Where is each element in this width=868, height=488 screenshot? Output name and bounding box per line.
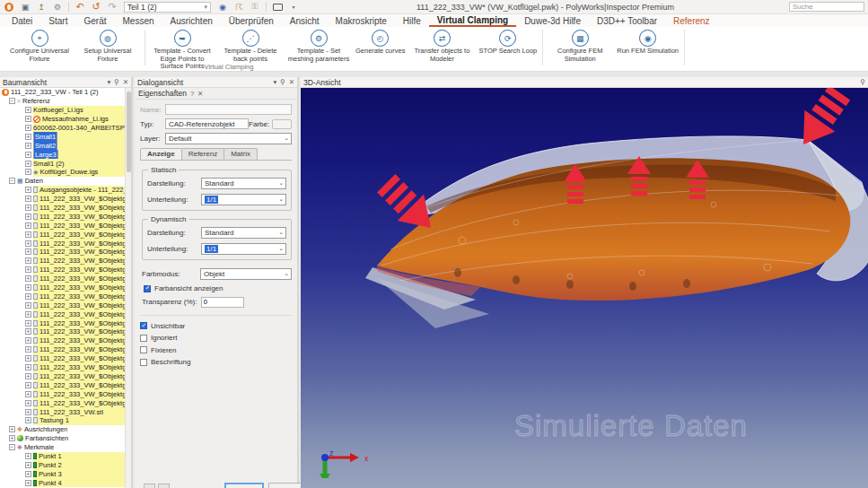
expand-icon[interactable]: + [25, 231, 31, 238]
stop-search-loop-button[interactable]: ⟳STOP Search Loop [476, 29, 539, 57]
pin-icon[interactable]: ⚲ [861, 78, 866, 86]
dynamisch-unterteilung-select[interactable]: 1/1 ⌄ [201, 243, 286, 255]
expand-icon[interactable]: + [9, 435, 15, 441]
close-icon[interactable]: ✕ [123, 78, 128, 86]
expand-icon[interactable]: + [25, 453, 31, 459]
tree-row[interactable]: +Ausgangsobjekte - 111_222_333_VW.stl [0, 186, 125, 195]
tree-row[interactable]: +111_222_333_VW_$Objektgruppe 89_9 [0, 212, 125, 221]
import-icon[interactable]: ↥ [35, 2, 48, 13]
chevron-down-icon[interactable]: ▾ [273, 78, 276, 86]
expand-icon[interactable]: + [25, 328, 31, 335]
run-fem-simulation-button[interactable]: ◉Run FEM Simulation [614, 29, 681, 57]
expand-icon[interactable]: + [25, 364, 31, 370]
menu-tab-ansicht[interactable]: Ansicht [282, 14, 328, 27]
expand-icon[interactable]: + [25, 248, 31, 255]
collapse-icon[interactable]: − [9, 98, 15, 104]
expand-icon[interactable]: + [25, 417, 31, 423]
undo-history-icon[interactable]: ↺ [90, 2, 102, 13]
options-icon[interactable]: ⚙ [51, 2, 64, 13]
expand-icon[interactable]: + [25, 134, 31, 140]
expand-icon[interactable]: + [25, 337, 31, 344]
expand-icon[interactable]: + [25, 471, 31, 477]
dialog-prev-button[interactable] [144, 484, 155, 488]
expand-icon[interactable]: + [25, 222, 31, 229]
tree-row[interactable]: +111_222_333_VW_$Objektgruppe 299_9 [0, 398, 125, 407]
pin-icon[interactable]: ⚲ [280, 78, 285, 86]
farbmodus-select[interactable]: Objekt ⌄ [200, 268, 292, 280]
expand-icon[interactable]: + [25, 293, 31, 300]
tree-row[interactable]: +Punkt 4 [0, 478, 125, 487]
tree-row[interactable]: +Farbansichten [0, 434, 125, 443]
tree-row[interactable]: +✥Ausrichtungen [0, 425, 125, 434]
tree-row[interactable]: −▦Daten [0, 177, 125, 186]
tree-row[interactable]: +111_222_333_VW_$Objektgruppe 249_9 [0, 345, 125, 354]
tree-row[interactable]: +111_222_333_VW_$Objektgruppe 279_9 [0, 372, 125, 381]
tree-row[interactable]: +Punkt 1 [0, 452, 125, 461]
expand-icon[interactable]: + [25, 346, 31, 353]
tree-row[interactable]: +Punkt 3 [0, 469, 125, 478]
chevron-down-icon[interactable]: ▾ [107, 78, 110, 86]
tree-row[interactable]: +111_222_333_VW_$Objektgruppe 219_9 [0, 318, 125, 327]
search-input[interactable]: Suche [789, 2, 864, 12]
tree-row[interactable]: +111_222_333_VW_$Objektgruppe 129_9 [0, 239, 125, 248]
tree-row[interactable]: −⌗Referenz [0, 97, 125, 106]
expand-icon[interactable]: + [25, 462, 31, 468]
farbansicht-checkbox[interactable] [144, 285, 151, 292]
tree-row[interactable]: +111_222_333_VW_$Objektgruppe 69_9 [0, 195, 125, 204]
tree-row[interactable]: +Large3 [0, 150, 125, 159]
tree-row[interactable]: +111_222_333_VW_$Objektgruppe 239_9 [0, 336, 125, 345]
tree-row[interactable]: +◈Kotflügel_Duwe.igs [0, 168, 125, 177]
configure-universal-fixture-button[interactable]: ⌖Configure Universal Fixture [5, 29, 74, 64]
menu-tab-referenz[interactable]: Referenz [665, 14, 718, 27]
unsichtbar-checkbox[interactable] [140, 322, 147, 329]
pin-icon[interactable]: ⚲ [114, 78, 119, 86]
template-set-meshing-parameters-button[interactable]: ⚙Template - Set meshing parameters [285, 29, 353, 64]
statisch-darstellung-select[interactable]: Standard ⌄ [201, 178, 286, 189]
permissions-icon[interactable]: ⚿ [249, 2, 261, 13]
tree-row[interactable]: +Small2 [0, 141, 125, 150]
tree-row[interactable]: +111_222_333_VW_$Objektgruppe 229_9 [0, 327, 125, 336]
part-selector-dropdown[interactable]: Teil 1 (2) ▾ [124, 2, 211, 13]
dialog-ok-button[interactable] [224, 483, 264, 488]
menu-tab-duwe-3d-hilfe[interactable]: Duwe-3d Hilfe [516, 14, 589, 27]
template-delete-back-points-button[interactable]: ⋰Template - Delete back points [216, 29, 285, 64]
expand-icon[interactable]: + [25, 214, 31, 220]
undo-icon[interactable]: ↶ [74, 2, 86, 13]
expand-icon[interactable]: + [25, 116, 31, 122]
expand-icon[interactable]: + [25, 391, 31, 397]
tree-row[interactable]: +111_222_333_VW_$Objektgruppe 139_9 [0, 248, 125, 257]
expand-icon[interactable]: + [25, 355, 31, 362]
configure-fem-simulation-button[interactable]: ▦Configure FEM Simulation [546, 29, 614, 64]
expand-icon[interactable]: + [25, 373, 31, 379]
tree-row[interactable]: +111_222_333_VW_$Objektgruppe 199_9 [0, 301, 125, 309]
farbe-swatch[interactable] [272, 119, 292, 129]
tree-row[interactable]: +111_222_333_VW_$Objektgruppe 269_9 [0, 363, 125, 372]
transparenz-input[interactable] [201, 297, 244, 308]
expand-icon[interactable]: + [25, 480, 31, 486]
tree-row[interactable]: +Small1 [0, 132, 125, 141]
menu-tab-start[interactable]: Start [40, 14, 75, 27]
tree-row[interactable]: +Tastung 1 [0, 416, 125, 425]
expand-icon[interactable]: + [25, 302, 31, 309]
close-icon[interactable]: ✕ [289, 78, 294, 86]
expand-icon[interactable]: + [25, 125, 31, 131]
expand-icon[interactable]: + [25, 382, 31, 388]
probe-info-icon[interactable]: ◉ [216, 2, 229, 13]
tree-row[interactable]: +111_222_333_VW_$Objektgruppe 99_9 [0, 221, 125, 230]
tree-row[interactable]: +111_222_333_VW_$Objektgruppe 149_9 [0, 257, 125, 266]
display-settings-icon[interactable] [271, 2, 284, 13]
menu-tab-ausrichten[interactable]: Ausrichten [162, 14, 221, 27]
tree-row[interactable]: +111_222_333_VW.stl [0, 407, 125, 416]
expand-icon[interactable]: + [25, 107, 31, 113]
expand-icon[interactable]: + [25, 320, 31, 327]
tab-referenz[interactable]: Referenz [181, 148, 224, 160]
beschriftung-checkbox[interactable] [140, 359, 147, 366]
tree-row[interactable]: +111_222_333_VW_$Objektgruppe 109_9 [0, 230, 125, 239]
tree-row[interactable]: +Kotfluegel_Li.igs [0, 106, 125, 115]
tree-scrollbar-thumb[interactable] [127, 92, 131, 172]
expand-icon[interactable]: + [25, 266, 31, 273]
tree-scrollbar[interactable] [125, 88, 131, 488]
generate-curves-button[interactable]: ◴Generate curves [353, 29, 408, 57]
close-icon[interactable]: ✕ [197, 90, 203, 98]
probe-hand-icon[interactable]: ☈ [232, 2, 245, 13]
